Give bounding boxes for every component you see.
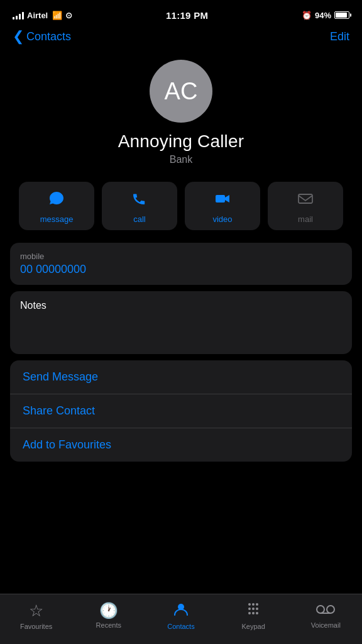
nav-bar: ❮ Contacts Edit [0, 28, 362, 50]
back-button[interactable]: ❮ Contacts [13, 30, 71, 43]
svg-point-8 [256, 608, 258, 610]
back-label: Contacts [26, 30, 71, 43]
action-buttons-row: message call video mail [0, 170, 362, 236]
mail-btn-label: mail [298, 214, 313, 224]
contacts-icon [173, 601, 189, 621]
status-left: Airtel 📶 ⊙ [13, 11, 72, 20]
mail-button[interactable]: mail [268, 182, 343, 230]
call-btn-label: call [133, 214, 146, 224]
contact-company: Bank [170, 154, 192, 165]
call-icon [131, 191, 148, 211]
svg-point-13 [327, 606, 334, 613]
svg-rect-1 [299, 194, 312, 203]
favourites-label: Favourites [20, 623, 52, 630]
voicemail-label: Voicemail [311, 621, 341, 629]
recents-label: Recents [96, 621, 121, 629]
favourites-icon: ☆ [29, 601, 43, 621]
avatar: AC [150, 60, 212, 123]
video-button[interactable]: video [185, 182, 260, 230]
voicemail-icon [316, 602, 335, 619]
svg-point-7 [252, 608, 255, 610]
actions-list: Send Message Share Contact Add to Favour… [10, 360, 352, 462]
message-button[interactable]: message [19, 182, 94, 230]
time-label: 11:19 PM [166, 10, 208, 21]
contact-content: mobile 00 00000000 Notes Send Message Sh… [0, 236, 362, 468]
add-to-favourites-item[interactable]: Add to Favourites [10, 428, 352, 462]
loading-indicator: ⊙ [65, 11, 72, 20]
tab-keypad[interactable]: Keypad [231, 601, 275, 630]
svg-point-4 [252, 603, 255, 606]
tab-voicemail[interactable]: Voicemail [304, 602, 348, 629]
phone-value: 00 00000000 [20, 263, 342, 276]
message-btn-label: message [40, 214, 74, 224]
send-message-item[interactable]: Send Message [10, 360, 352, 394]
recents-icon: 🕐 [99, 602, 118, 619]
call-button[interactable]: call [102, 182, 177, 230]
svg-point-3 [248, 603, 251, 606]
tab-favourites[interactable]: ☆ Favourites [14, 601, 58, 630]
svg-point-11 [256, 612, 258, 614]
back-chevron-icon: ❮ [13, 30, 24, 43]
svg-point-6 [248, 608, 251, 610]
signal-bars-icon [13, 11, 24, 19]
status-right: ⏰ 94% [302, 11, 349, 20]
video-btn-label: video [212, 214, 232, 224]
svg-point-12 [317, 606, 324, 613]
wifi-icon: 📶 [52, 11, 62, 20]
mail-icon [297, 191, 314, 211]
carrier-label: Airtel [27, 11, 48, 20]
tab-contacts[interactable]: Contacts [159, 601, 203, 630]
message-icon [48, 191, 65, 211]
tab-recents[interactable]: 🕐 Recents [87, 602, 131, 629]
notes-card: Notes [10, 291, 352, 354]
edit-button[interactable]: Edit [330, 30, 349, 43]
notes-label: Notes [20, 300, 342, 311]
svg-point-9 [248, 612, 251, 614]
keypad-icon [245, 601, 261, 621]
alarm-icon: ⏰ [302, 11, 312, 20]
share-contact-item[interactable]: Share Contact [10, 394, 352, 428]
phone-card[interactable]: mobile 00 00000000 [10, 243, 352, 285]
video-icon [214, 191, 231, 211]
battery-percent: 94% [315, 11, 331, 20]
phone-label: mobile [20, 252, 342, 261]
contacts-label: Contacts [167, 623, 194, 630]
svg-point-10 [252, 612, 255, 614]
contact-name: Annoying Caller [118, 131, 244, 152]
svg-point-5 [256, 603, 258, 606]
avatar-section: AC Annoying Caller Bank [0, 50, 362, 170]
keypad-label: Keypad [242, 623, 265, 630]
svg-rect-0 [216, 195, 225, 203]
tab-bar: ☆ Favourites 🕐 Recents Contacts [0, 594, 362, 644]
battery-icon [334, 11, 349, 19]
status-bar: Airtel 📶 ⊙ 11:19 PM ⏰ 94% [0, 0, 362, 28]
